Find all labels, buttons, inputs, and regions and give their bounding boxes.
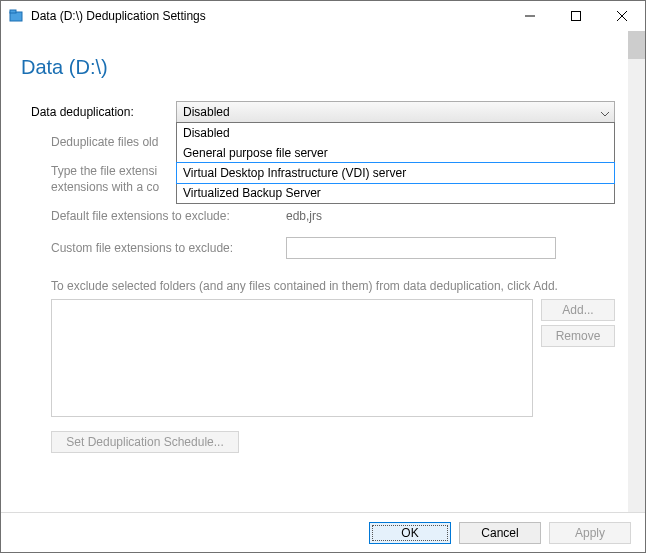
page-title: Data (D:\): [1, 31, 645, 79]
maximize-button[interactable]: [553, 1, 599, 31]
default-ext-value: edb,jrs: [286, 209, 322, 223]
dedup-dropdown[interactable]: Disabled Disabled General purpose file s…: [176, 101, 615, 123]
dropdown-option-general[interactable]: General purpose file server: [177, 143, 614, 163]
add-button[interactable]: Add...: [541, 299, 615, 321]
title-bar: Data (D:\) Deduplication Settings: [1, 1, 645, 31]
window-controls: [507, 1, 645, 31]
custom-ext-input[interactable]: [286, 237, 556, 259]
dedup-row: Data deduplication: Disabled Disabled Ge…: [31, 101, 615, 123]
exclude-folders-instruction: To exclude selected folders (and any fil…: [51, 279, 615, 293]
form-area: Data deduplication: Disabled Disabled Ge…: [1, 79, 645, 453]
content-area: Data (D:\) Data deduplication: Disabled …: [1, 31, 645, 512]
minimize-button[interactable]: [507, 1, 553, 31]
svg-rect-1: [10, 10, 16, 13]
default-ext-row: Default file extensions to exclude: edb,…: [51, 209, 615, 223]
exclude-list-area: Add... Remove: [51, 299, 615, 417]
exclude-folders-listbox[interactable]: [51, 299, 533, 417]
ok-button[interactable]: OK: [369, 522, 451, 544]
custom-ext-row: Custom file extensions to exclude:: [51, 237, 615, 259]
window-title: Data (D:\) Deduplication Settings: [31, 9, 507, 23]
default-ext-label: Default file extensions to exclude:: [51, 209, 286, 223]
desc-line-1: Type the file extensi: [51, 164, 157, 178]
dropdown-display[interactable]: Disabled: [176, 101, 615, 123]
dedup-label: Data deduplication:: [31, 105, 176, 119]
custom-ext-label: Custom file extensions to exclude:: [51, 241, 286, 255]
svg-rect-3: [572, 12, 581, 21]
dropdown-option-disabled[interactable]: Disabled: [177, 123, 614, 143]
list-side-buttons: Add... Remove: [541, 299, 615, 417]
set-schedule-button[interactable]: Set Deduplication Schedule...: [51, 431, 239, 453]
dialog-footer: OK Cancel Apply: [1, 512, 645, 552]
desc-line-2: extensions with a co: [51, 180, 159, 194]
dropdown-option-vdi[interactable]: Virtual Desktop Infrastructure (VDI) ser…: [176, 162, 615, 184]
apply-button[interactable]: Apply: [549, 522, 631, 544]
scrollbar-thumb[interactable]: [628, 31, 645, 59]
close-button[interactable]: [599, 1, 645, 31]
chevron-down-icon: [601, 107, 609, 121]
cancel-button[interactable]: Cancel: [459, 522, 541, 544]
dropdown-option-backup[interactable]: Virtualized Backup Server: [177, 183, 614, 203]
dropdown-list: Disabled General purpose file server Vir…: [176, 122, 615, 204]
remove-button[interactable]: Remove: [541, 325, 615, 347]
app-icon: [9, 8, 25, 24]
dialog-window: Data (D:\) Deduplication Settings Data (…: [0, 0, 646, 553]
dropdown-selected: Disabled: [183, 105, 230, 119]
